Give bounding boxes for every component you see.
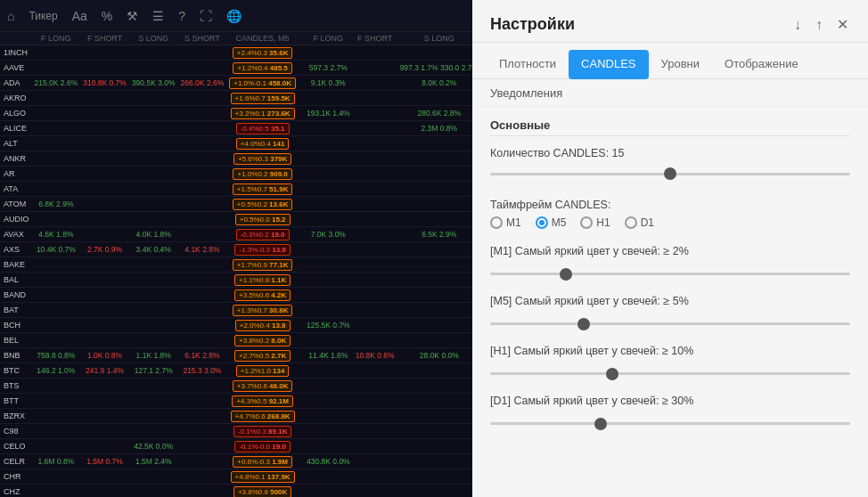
f-long-cell: 1.6M 0.8% [32, 454, 81, 469]
table-row[interactable]: AAVE +1.2%0.4 485.5 597.3 2.7% 997.3 1.7… [0, 61, 472, 76]
upload-icon[interactable]: ↑ [814, 15, 824, 35]
f-short-cell [80, 121, 129, 136]
table-row[interactable]: BAKE +1.7%0.9 77.1K [0, 257, 472, 273]
s-long2-cell [397, 151, 472, 167]
table-row[interactable]: BZRX +4.7%0.6 268.8K [0, 409, 472, 424]
table-row[interactable]: AUDIO +0.5%0.0 15.2 [0, 212, 472, 227]
f-long-cell [32, 424, 81, 439]
quantity-slider[interactable] [490, 173, 850, 175]
table-row[interactable]: ALT +4.0%0.4 141 [0, 136, 472, 151]
f-long2-cell [304, 439, 353, 454]
table-row[interactable]: BTT +4.3%0.5 92.1M [0, 394, 472, 409]
ticker-cell: AR [0, 167, 32, 182]
ticker-cell: ANKR [0, 151, 32, 167]
ticker-cell: BAKE [0, 257, 32, 273]
ticker-cell: CHZ [0, 485, 32, 498]
s-long-cell [129, 197, 178, 212]
table-row[interactable]: AR +1.0%0.2 909.0 [0, 167, 472, 182]
timeframe-radio-group: M1 M5 H1 D1 [490, 216, 850, 229]
s-short-cell [178, 318, 227, 333]
tab-otobrajenie[interactable]: Отображение [712, 50, 811, 79]
table-row[interactable]: ADA 215.0K 2.6% 310.8K 0.7% 390.5K 3.0% … [0, 76, 472, 91]
table-row[interactable]: ATA +1.5%0.7 51.9K [0, 182, 472, 197]
ticker-cell: 1INCH [0, 45, 32, 61]
col-f-long2: F LONG [304, 32, 353, 45]
table-row[interactable]: BAT +1.3%0.7 30.8K [0, 303, 472, 318]
table-row[interactable]: BAL +1.1%0.8 1.1K [0, 273, 472, 288]
candle-cell: +2.0%0.4 13.8 [226, 318, 299, 333]
f-short-cell: 241.9 1.4% [80, 363, 129, 379]
candle-cell: +3.7%0.6 48.0K [226, 379, 299, 394]
market-table: F LONG F SHORT S LONG S SHORT CANDLES, M… [0, 32, 472, 497]
f-short-cell [80, 182, 129, 197]
close-icon[interactable]: ✕ [835, 14, 850, 35]
layers-icon[interactable]: ☰ [152, 9, 164, 23]
f-long2-cell [304, 182, 353, 197]
h1-slider[interactable] [490, 372, 850, 375]
tab-candles[interactable]: CANDLES [569, 50, 648, 79]
ticker-cell: BTT [0, 394, 32, 409]
ticker-cell: BCH [0, 318, 32, 333]
download-icon[interactable]: ↓ [792, 15, 803, 35]
radio-d1[interactable]: D1 [625, 216, 654, 229]
f-long2-cell [304, 424, 353, 439]
table-row[interactable]: BEL +3.8%0.2 8.0K [0, 333, 472, 348]
table-row[interactable]: ANKR +5.6%0.3 379K [0, 151, 472, 167]
table-row[interactable]: BNB 758.8 0.8% 1.0K 0.8% 1.1K 1.8% 6.1K … [0, 348, 472, 363]
tools-icon[interactable]: ⚒ [127, 9, 138, 23]
fullscreen-icon[interactable]: ⛶ [200, 9, 212, 23]
text-format-icon[interactable]: Aa [72, 9, 87, 23]
radio-h1[interactable]: H1 [580, 216, 610, 229]
f-long2-cell: 9.1K 0.3% [304, 76, 353, 91]
ticker-cell: CELO [0, 439, 32, 454]
f-short-cell [80, 136, 129, 151]
table-row[interactable]: AXS 10.4K 0.7% 2.7K 0.9% 3.4K 0.4% 4.1K … [0, 242, 472, 257]
m5-slider[interactable] [490, 322, 850, 325]
table-row[interactable]: BTS +3.7%0.6 48.0K [0, 379, 472, 394]
table-row[interactable]: ATOM 6.8K 2.9% +0.5%0.2 13.6K [0, 197, 472, 212]
table-row[interactable]: C98 -0.1%0.3 89.1K [0, 424, 472, 439]
s-long-cell [129, 394, 178, 409]
table-row[interactable]: AKRO +1.6%0.7 159.5K [0, 91, 472, 106]
table-row[interactable]: CELR 1.6M 0.8% 1.5M 0.7% 1.5M 2.4% +0.6%… [0, 454, 472, 469]
f-short-cell [80, 333, 129, 348]
f-long2-cell [304, 288, 353, 303]
m1-slider[interactable] [490, 273, 850, 275]
tab-urovni[interactable]: Уровни [649, 50, 712, 79]
home-icon[interactable]: ⌂ [7, 9, 14, 23]
globe-icon[interactable]: 🌐 [226, 9, 242, 23]
help-icon[interactable]: ? [178, 9, 185, 23]
percent-icon[interactable]: % [102, 9, 112, 23]
s-long2-cell: 28.0K 0.0% [397, 348, 472, 363]
table-row[interactable]: CHR +4.8%0.1 137.9K [0, 469, 472, 485]
table-row[interactable]: BCH +2.0%0.4 13.8 125.5K 0.7% [0, 318, 472, 333]
table-row[interactable]: CELO 42.5K 0.0% -0.1%-0.0 19.0 [0, 439, 472, 454]
s-long-cell: 4.0K 1.8% [129, 227, 178, 242]
s-long2-cell: 997.3 1.7% 330.0 2.7% [397, 61, 472, 76]
table-row[interactable]: 1INCH +2.4%0.3 35.6K [0, 45, 472, 61]
table-row[interactable]: CHZ +3.8%0.8 500K [0, 485, 472, 498]
table-row[interactable]: ALICE -0.4%0.5 35.1 2.3M 0.8% [0, 121, 472, 136]
s-long2-cell: 280.6K 2.8% [397, 106, 472, 121]
s-short-cell [178, 182, 227, 197]
table-row[interactable]: AVAX 4.6K 1.8% 4.0K 1.8% -0.3%0.2 19.0 7… [0, 227, 472, 242]
radio-m5[interactable]: M5 [536, 216, 567, 229]
radio-m1[interactable]: M1 [490, 216, 521, 229]
s-long2-cell [397, 136, 472, 151]
d1-slider[interactable] [490, 422, 850, 425]
s-long-cell [129, 288, 178, 303]
f-short2-cell [353, 318, 397, 333]
candle-cell: +4.3%0.5 92.1M [226, 394, 299, 409]
candle-cell: +1.3%0.7 30.8K [226, 303, 299, 318]
s-long2-cell [397, 45, 472, 61]
s-long-cell [129, 469, 178, 485]
table-row[interactable]: BTC 146.2 1.0% 241.9 1.4% 127.1 2.7% 215… [0, 363, 472, 379]
s-short-cell [178, 469, 227, 485]
tab-plotnosti[interactable]: Плотности [487, 50, 569, 79]
s-long2-cell [397, 212, 472, 227]
f-long-cell [32, 167, 81, 182]
table-row[interactable]: BAND +3.5%0.6 4.2K [0, 288, 472, 303]
s-long-cell [129, 136, 178, 151]
table-row[interactable]: ALGO +3.2%0.1 273.6K 193.1K 1.4% 280.6K … [0, 106, 472, 121]
s-long2-cell [397, 333, 472, 348]
